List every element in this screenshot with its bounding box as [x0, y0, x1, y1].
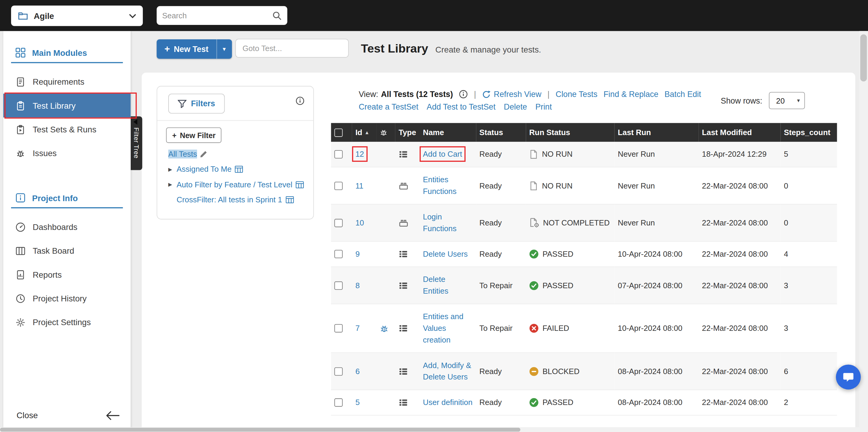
- col-header-last-modified[interactable]: Last Modified: [699, 123, 780, 142]
- print-link[interactable]: Print: [535, 103, 552, 111]
- filter-item-crossfilter[interactable]: CrossFilter: All tests in Sprint 1: [168, 194, 306, 206]
- filter-link-crossfilter[interactable]: CrossFilter: All tests in Sprint 1: [177, 195, 282, 204]
- table-view-icon[interactable]: [285, 196, 294, 203]
- new-test-button[interactable]: + New Test: [157, 39, 216, 59]
- sidebar-item-requirements[interactable]: Requirements: [3, 70, 131, 94]
- sidebar-item-test-sets-runs[interactable]: Test Sets & Runs: [3, 117, 131, 141]
- add-test-to-testset-link[interactable]: Add Test to TestSet: [427, 103, 496, 111]
- chat-launcher-button[interactable]: [836, 365, 861, 390]
- expand-arrow-icon[interactable]: ▶: [168, 164, 177, 175]
- sort-asc-icon: ▲: [364, 130, 369, 135]
- sidebar-item-project-history[interactable]: Project History: [3, 286, 131, 310]
- expand-arrow-icon[interactable]: ▶: [168, 179, 177, 191]
- test-name-link[interactable]: Add, Modify & Delete Users: [423, 361, 471, 381]
- row-checkbox[interactable]: [334, 367, 343, 376]
- filters-info-icon[interactable]: [296, 96, 305, 105]
- sidebar-close-button[interactable]: Close: [3, 411, 131, 420]
- section-label: Main Modules: [32, 48, 87, 57]
- sidebar-item-project-settings[interactable]: Project Settings: [3, 310, 131, 334]
- global-search[interactable]: [157, 6, 287, 25]
- table-view-icon[interactable]: [296, 181, 304, 188]
- sidebar-item-test-library[interactable]: Test Library: [3, 94, 131, 117]
- delete-link[interactable]: Delete: [504, 103, 527, 111]
- vertical-scrollbar-thumb[interactable]: [860, 34, 867, 81]
- test-id-link[interactable]: 12: [355, 149, 364, 159]
- create-testset-link[interactable]: Create a TestSet: [359, 103, 418, 111]
- col-header-bug[interactable]: [376, 123, 395, 142]
- sidebar-item-task-board[interactable]: Task Board: [3, 239, 131, 262]
- test-type-icon: [399, 250, 416, 259]
- test-id-link[interactable]: 5: [355, 398, 360, 407]
- sidebar-item-label: Issues: [33, 149, 57, 158]
- test-id-link[interactable]: 7: [355, 324, 360, 333]
- filter-link-auto-filter[interactable]: Auto Filter by Feature / Test Level: [177, 180, 292, 189]
- refresh-view-link[interactable]: Refresh View: [482, 90, 541, 99]
- search-input[interactable]: [162, 11, 272, 20]
- clone-tests-link[interactable]: Clone Tests: [556, 90, 597, 99]
- search-icon[interactable]: [272, 11, 282, 20]
- horizontal-scrollbar[interactable]: [0, 427, 859, 432]
- refresh-view-label: Refresh View: [494, 90, 541, 99]
- goto-test-input[interactable]: [235, 39, 348, 58]
- sidebar-item-reports[interactable]: Reports: [3, 263, 131, 286]
- horizontal-scrollbar-thumb[interactable]: [0, 428, 520, 432]
- table-view-icon[interactable]: [235, 166, 243, 173]
- last-modified-value: 22-Mar-2024 08:00: [702, 324, 768, 333]
- test-name-link[interactable]: Entities and Values creation: [423, 312, 463, 344]
- col-header-last-run[interactable]: Last Run: [615, 123, 699, 142]
- test-id-link[interactable]: 11: [355, 181, 364, 190]
- row-checkbox[interactable]: [334, 150, 343, 159]
- filter-item-assigned-to-me[interactable]: ▶Assigned To Me: [168, 163, 306, 175]
- sidebar-item-dashboards[interactable]: Dashboards: [3, 215, 131, 239]
- project-selector[interactable]: Agile: [11, 5, 143, 26]
- test-name-link[interactable]: Entities Functions: [423, 175, 457, 196]
- new-filter-button[interactable]: + New Filter: [166, 127, 222, 143]
- view-header: View: All Tests (12 Tests) | Refresh Vie…: [359, 90, 701, 111]
- test-name-link[interactable]: Login Functions: [423, 212, 457, 233]
- filter-link-all-tests[interactable]: All Tests: [168, 149, 197, 159]
- test-id-link[interactable]: 6: [355, 367, 360, 376]
- page-title: Test Library: [361, 42, 428, 56]
- test-id-link[interactable]: 9: [355, 250, 360, 258]
- row-checkbox[interactable]: [334, 219, 343, 227]
- test-name-link[interactable]: Delete Entities: [423, 275, 448, 295]
- select-all-checkbox[interactable]: [334, 128, 343, 137]
- col-header-name[interactable]: Name: [420, 123, 476, 142]
- new-test-dropdown-button[interactable]: ▾: [217, 39, 232, 59]
- row-checkbox[interactable]: [334, 250, 343, 258]
- col-header-run-status[interactable]: Run Status: [526, 123, 614, 142]
- filter-item-all-tests[interactable]: All Tests: [168, 149, 306, 160]
- filters-button[interactable]: Filters: [168, 94, 224, 113]
- col-header-id[interactable]: Id▲: [352, 123, 376, 142]
- show-rows-select[interactable]: 20 ▾: [769, 92, 805, 109]
- row-checkbox[interactable]: [334, 181, 343, 190]
- col-header-steps-count[interactable]: Steps_count: [780, 123, 837, 142]
- sidebar-item-issues[interactable]: Issues: [3, 141, 131, 165]
- new-test-split-button[interactable]: + New Test ▾: [157, 39, 231, 59]
- filter-item-auto-filter[interactable]: ▶Auto Filter by Feature / Test Level: [168, 179, 306, 191]
- col-header-status[interactable]: Status: [476, 123, 526, 142]
- last-run-value: Never Run: [618, 149, 655, 159]
- test-name-link[interactable]: Delete Users: [423, 250, 468, 258]
- test-name-link[interactable]: Add to Cart: [423, 149, 462, 159]
- pencil-icon[interactable]: [200, 150, 208, 158]
- filter-link-assigned-to-me[interactable]: Assigned To Me: [177, 165, 231, 174]
- row-checkbox[interactable]: [334, 281, 343, 290]
- test-id-link[interactable]: 10: [355, 218, 364, 227]
- funnel-icon: [178, 99, 187, 108]
- filter-tree-tab[interactable]: Filter Tree: [131, 116, 143, 170]
- tests-table-body: 12 Add to Cart Ready NO RUN Never Run 18…: [331, 142, 837, 415]
- col-header-type[interactable]: Type: [395, 123, 420, 142]
- view-info-icon[interactable]: [459, 90, 468, 99]
- vertical-scrollbar[interactable]: [859, 31, 868, 432]
- row-checkbox[interactable]: [334, 324, 343, 333]
- run-status-icon: [529, 250, 538, 259]
- find-replace-link[interactable]: Find & Replace: [603, 90, 658, 99]
- test-id-link[interactable]: 8: [355, 281, 360, 290]
- row-checkbox[interactable]: [334, 398, 343, 407]
- last-modified-value: 18-Apr-2024 12:29: [702, 149, 767, 159]
- grid-icon: [16, 48, 26, 58]
- page-subtitle: Create & manage your tests.: [435, 45, 541, 54]
- batch-edit-link[interactable]: Batch Edit: [665, 90, 701, 99]
- test-name-link[interactable]: User definition: [423, 398, 472, 407]
